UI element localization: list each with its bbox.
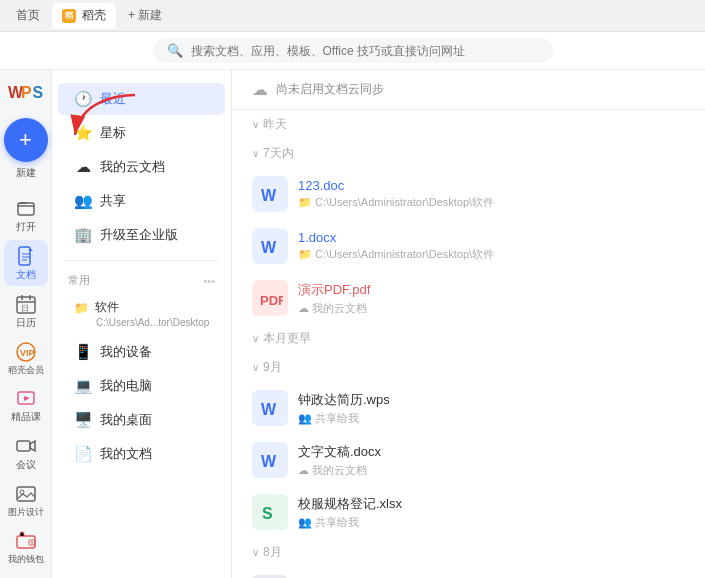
svg-text:W: W [261,453,277,470]
cloud-sync-icon: ☁ [252,80,268,99]
chevron-yesterday: ∨ [252,119,259,130]
file-name-textdoc: 文字文稿.docx [298,443,685,461]
path-icon-share-excel: 👥 [298,516,312,529]
location-software[interactable]: 📁 软件 C:\Users\Ad...tor\Desktop [58,293,225,334]
design-label: 图片设计 [8,507,44,518]
path-icon-cloud-textdoc: ☁ [298,464,309,477]
file-name-resume: 钟政达简历.wps [298,391,685,409]
file-item-excel[interactable]: S 校服规格登记.xlsx 👥 共享给我 [232,486,705,538]
nav-item-upgrade[interactable]: 🏢 升级至企业版 [58,219,225,251]
file-path-resume: 👥 共享给我 [298,411,685,426]
sidebar-item-member[interactable]: VIP 稻壳会员 [4,336,48,381]
file-item-123doc[interactable]: W 123.doc 📁 C:\Users\Administrator\Deskt… [232,168,705,220]
file-info-1docx: 1.docx 📁 C:\Users\Administrator\Desktop\… [298,230,685,262]
wps-logo: W P S [8,78,44,108]
svg-rect-17 [17,441,30,451]
svg-text:VIP: VIP [20,348,35,358]
sidebar-item-doc[interactable]: 文档 [4,240,48,286]
file-item-resume[interactable]: W 钟政达简历.wps 👥 共享给我 [232,382,705,434]
path-icon-cloud-pdf: ☁ [298,302,309,315]
file-icon-pdf: PDF [252,280,288,316]
file-icon-word-4: W [252,442,288,478]
file-item-pom[interactable]: POM 未命名文件.pom ☁ 我的云文档 [232,567,705,578]
new-tab-label: + 新建 [128,7,162,24]
nav-item-mypc[interactable]: 💻 我的电脑 [58,370,225,402]
nav-item-star-label: 星标 [100,124,126,142]
new-tab-button[interactable]: + 新建 [120,3,170,28]
section-thismonth: ∨ 本月更早 [232,324,705,353]
ellipsis-icon: ••• [203,275,215,287]
sidebar-item-course[interactable]: 精品课 [4,382,48,428]
nav-section-common: 常用 ••• [52,269,231,292]
nav-item-recent[interactable]: 🕐 最近 [58,83,225,115]
file-info-textdoc: 文字文稿.docx ☁ 我的云文档 [298,443,685,478]
file-path-pdf: ☁ 我的云文档 [298,301,685,316]
svg-text:W: W [261,239,277,256]
calendar-label: 日历 [16,317,36,329]
svg-text:W: W [261,401,277,418]
daoke-tab-icon: 稻 [62,9,76,23]
file-name-excel: 校服规格登记.xlsx [298,495,685,513]
icon-sidebar: W P S + 新建 打开 [0,70,52,578]
nav-sidebar: 🕐 最近 ⭐ 星标 ☁ 我的云文档 👥 共享 🏢 升级至企业版 常用 ••• 📁 [52,70,232,578]
mydevice-icon: 📱 [74,343,92,361]
design-icon [15,483,37,505]
nav-item-recent-label: 最近 [100,90,126,108]
open-icon [15,197,37,219]
svg-text:日: 日 [21,304,29,313]
svg-rect-3 [18,203,34,215]
svg-marker-16 [24,396,30,401]
daoke-tab[interactable]: 稻 稻壳 [52,3,116,29]
sidebar-item-meeting[interactable]: 会议 [4,430,48,476]
nav-item-share-label: 共享 [100,192,126,210]
meeting-icon [15,435,37,457]
file-info-resume: 钟政达简历.wps 👥 共享给我 [298,391,685,426]
chevron-7days: ∨ [252,148,259,159]
section-yesterday: ∨ 昨天 [232,110,705,139]
svg-marker-18 [30,441,35,451]
path-icon-folder-2: 📁 [298,248,312,261]
file-item-1docx[interactable]: W 1.docx 📁 C:\Users\Administrator\Deskto… [232,220,705,272]
mypc-icon: 💻 [74,377,92,395]
nav-item-cloud-label: 我的云文档 [100,158,165,176]
file-name-pdf: 演示PDF.pdf [298,281,685,299]
file-icon-word-2: W [252,228,288,264]
nav-item-star[interactable]: ⭐ 星标 [58,117,225,149]
nav-item-desktop[interactable]: 🖥️ 我的桌面 [58,404,225,436]
recent-icon: 🕐 [74,90,92,108]
new-button-label: 新建 [16,166,36,180]
mydocs-icon: 📄 [74,445,92,463]
sidebar-item-open[interactable]: 打开 [4,192,48,238]
member-label: 稻壳会员 [8,365,44,376]
cloud-icon: ☁ [74,158,92,176]
chevron-aug: ∨ [252,547,259,558]
nav-item-cloud[interactable]: ☁ 我的云文档 [58,151,225,183]
course-label: 精品课 [11,411,41,423]
meeting-label: 会议 [16,459,36,471]
file-name-123doc: 123.doc [298,178,685,193]
file-info-excel: 校服规格登记.xlsx 👥 共享给我 [298,495,685,530]
share-icon: 👥 [74,192,92,210]
sidebar-item-design[interactable]: 图片设计 [4,478,48,523]
search-icon: 🔍 [167,43,183,58]
home-button[interactable]: 首页 [8,3,48,28]
cloud-banner: ☁ 尚未启用文档云同步 [232,70,705,110]
nav-item-share[interactable]: 👥 共享 [58,185,225,217]
svg-text:PDF: PDF [260,293,283,308]
nav-item-mydevice[interactable]: 📱 我的设备 [58,336,225,368]
svg-rect-4 [19,247,30,265]
nav-item-mydocs[interactable]: 📄 我的文档 [58,438,225,470]
sidebar-item-calendar[interactable]: 日 日历 [4,288,48,334]
member-icon: VIP [15,341,37,363]
file-path-123doc: 📁 C:\Users\Administrator\Desktop\软件 [298,195,685,210]
path-icon-folder: 📁 [298,196,312,209]
file-item-textdoc[interactable]: W 文字文稿.docx ☁ 我的云文档 [232,434,705,486]
main-container: W P S + 新建 打开 [0,70,705,578]
sidebar-item-wallet[interactable]: 我的钱包 [4,525,48,570]
svg-text:W: W [261,187,277,204]
new-button[interactable]: + [4,118,48,162]
file-icon-word-3: W [252,390,288,426]
file-item-pdf[interactable]: PDF 演示PDF.pdf ☁ 我的云文档 [232,272,705,324]
desktop-icon: 🖥️ [74,411,92,429]
search-input[interactable] [191,44,539,58]
